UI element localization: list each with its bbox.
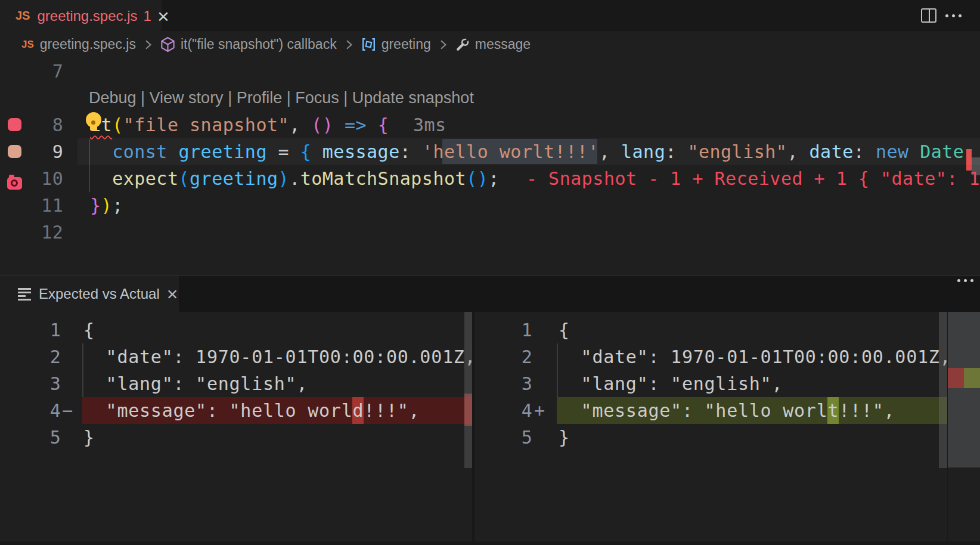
- symbol-object-icon: [361, 36, 377, 52]
- lightbulb-icon[interactable]: [86, 112, 102, 128]
- breadcrumb-symbol-greeting[interactable]: greeting: [382, 36, 431, 52]
- test-duration: 3ms: [413, 112, 446, 138]
- symbol-property-icon: [455, 37, 470, 52]
- overview-ruler: [947, 312, 980, 467]
- diff-line: "lang": "english",: [83, 370, 308, 397]
- line-number: 11: [0, 192, 63, 219]
- diff-line: {: [559, 317, 570, 343]
- more-actions-icon[interactable]: [945, 14, 962, 17]
- code-line-10: expect(greeting).toMatchSnapshot();: [90, 165, 500, 192]
- diff-line: }: [559, 424, 570, 451]
- snapshot-camera-icon[interactable]: [7, 174, 22, 191]
- code-line-11: });: [90, 192, 123, 219]
- chevron-right-icon: [141, 38, 155, 52]
- left-pane-scrollbar[interactable]: [464, 312, 472, 468]
- panel-tab-label: Expected vs Actual: [39, 286, 160, 302]
- tab-close-icon[interactable]: ×: [157, 7, 169, 25]
- js-file-icon: JS: [15, 9, 30, 23]
- tab-dirty-count: 1: [144, 8, 151, 24]
- chevron-right-icon: [342, 38, 356, 52]
- editor-tab-bar: JS greeting.spec.js 1 ×: [0, 0, 980, 31]
- diff-line: {: [83, 317, 95, 343]
- line-number: 5: [495, 424, 532, 451]
- line-number: 3: [495, 370, 532, 397]
- diff-line: "lang": "english",: [559, 370, 783, 397]
- diff-line-added: "message": "hello worlt!!!",: [559, 397, 895, 424]
- diff-line-removed: "message": "hello world!!!",: [83, 397, 420, 424]
- breadcrumb-symbol-it[interactable]: it("file snapshot") callback: [181, 36, 337, 52]
- line-number: 1: [495, 317, 532, 343]
- panel-bottom-edge: [0, 541, 980, 545]
- breadcrumb: JS greeting.spec.js it("file snapshot") …: [0, 31, 980, 58]
- tab-greeting-spec-js[interactable]: JS greeting.spec.js 1 ×: [0, 0, 162, 32]
- symbol-module-icon: [160, 36, 176, 52]
- line-number: 4: [0, 397, 61, 424]
- tab-label: greeting.spec.js: [37, 8, 137, 24]
- codelens-actions[interactable]: Debug | View story | Profile | Focus | U…: [89, 85, 474, 112]
- overview-ruler-border: [947, 312, 948, 545]
- line-number: 1: [0, 317, 61, 343]
- test-failure-decoration[interactable]: [8, 118, 21, 131]
- diff-line: "date": 1970-01-01T00:00:00.001Z,: [83, 343, 476, 370]
- breadcrumb-file[interactable]: greeting.spec.js: [40, 36, 136, 52]
- code-line-8: it("file snapshot", () => {: [90, 112, 389, 138]
- js-file-icon: JS: [21, 39, 34, 51]
- panel-tab-expected-vs-actual[interactable]: Expected vs Actual ×: [0, 276, 179, 312]
- diff-list-icon: [18, 287, 32, 301]
- diff-line: }: [83, 424, 95, 451]
- split-editor-icon[interactable]: [921, 8, 936, 23]
- line-number: 4: [495, 397, 532, 424]
- code-line-9: const greeting = { message: 'hello worlt…: [90, 138, 964, 165]
- line-number: 3: [0, 370, 61, 397]
- inline-test-error: - Snapshot - 1 + Received + 1 { "date": …: [526, 165, 980, 192]
- panel-more-actions-icon[interactable]: [957, 279, 973, 282]
- indent-guide: [557, 343, 558, 397]
- breakpoint-decoration[interactable]: [8, 145, 21, 158]
- right-pane-scrollbar[interactable]: [939, 312, 947, 468]
- overview-ruler-removed-mark: [948, 368, 964, 388]
- removed-line-marker: −: [62, 397, 73, 424]
- line-number: 2: [0, 343, 61, 370]
- line-number: 7: [0, 58, 63, 85]
- diff-line: "date": 1970-01-01T00:00:00.001Z,: [559, 343, 951, 370]
- overview-ruler-added-mark: [964, 368, 980, 388]
- added-line-marker: +: [534, 397, 545, 424]
- line-number: 5: [0, 424, 61, 451]
- breadcrumb-symbol-message[interactable]: message: [475, 36, 531, 52]
- line-number: 12: [0, 219, 63, 246]
- vscode-window: JS greeting.spec.js 1 × JS greeting.spec…: [0, 0, 980, 545]
- chevron-right-icon: [436, 38, 450, 52]
- panel-tab-close-icon[interactable]: ×: [167, 286, 178, 302]
- line-number: 2: [495, 343, 532, 370]
